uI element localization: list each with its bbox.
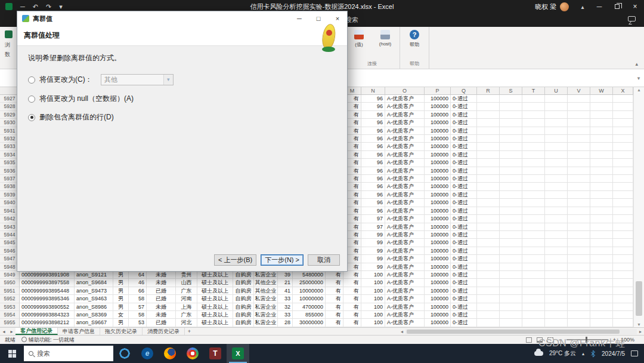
cell[interactable] <box>568 319 590 327</box>
cell[interactable] <box>522 127 545 135</box>
vertical-scroll-thumb[interactable] <box>636 281 642 316</box>
cell[interactable]: 0000999993895346 <box>20 295 75 303</box>
cell[interactable] <box>477 215 500 223</box>
cell[interactable] <box>545 239 568 247</box>
cell[interactable] <box>545 135 568 143</box>
cell[interactable]: 其他企业 <box>254 287 278 295</box>
cell[interactable]: 广东 <box>176 311 197 319</box>
cell[interactable]: 自购房 <box>233 271 254 279</box>
taskbar-edge-icon[interactable]: e <box>136 344 159 363</box>
cell[interactable] <box>568 255 590 263</box>
cell[interactable]: 自购房 <box>233 319 254 327</box>
cell[interactable]: 0-通过 <box>451 271 477 279</box>
cell[interactable]: 96 <box>361 151 385 159</box>
cell[interactable] <box>522 111 545 119</box>
cell[interactable] <box>522 175 545 183</box>
cell[interactable]: A-优质客户 <box>385 119 425 127</box>
cell[interactable] <box>545 279 568 287</box>
cell[interactable] <box>500 119 522 127</box>
account-avatar[interactable] <box>560 2 569 11</box>
cell[interactable]: 男 <box>113 319 129 327</box>
cell[interactable] <box>590 303 613 311</box>
cell[interactable]: 0-通过 <box>451 311 477 319</box>
cell[interactable] <box>590 271 613 279</box>
cell[interactable]: 硕士及以上 <box>197 311 233 319</box>
cell[interactable] <box>545 311 568 319</box>
cell[interactable] <box>545 271 568 279</box>
cell[interactable]: 100000 <box>425 287 451 295</box>
column-header-N[interactable]: N <box>361 87 385 95</box>
column-header-O[interactable]: O <box>385 87 425 95</box>
cell[interactable]: 97 <box>361 215 385 223</box>
cell[interactable]: 21 <box>278 279 293 287</box>
cell[interactable]: 855000 <box>293 311 326 319</box>
change-value-dropdown[interactable]: 其他 ▾ <box>101 74 174 85</box>
cell[interactable]: 96 <box>361 207 385 215</box>
cell[interactable] <box>500 159 522 167</box>
scroll-left-icon[interactable]: ◂ <box>398 329 405 334</box>
cell[interactable] <box>568 119 590 127</box>
cell[interactable] <box>545 191 568 199</box>
cell[interactable]: 男 <box>113 287 129 295</box>
cell[interactable]: 未婚 <box>147 303 176 311</box>
cell[interactable] <box>613 143 633 150</box>
cell[interactable] <box>568 279 590 287</box>
cell[interactable]: 100 <box>361 319 385 327</box>
cell[interactable]: 100000 <box>425 167 451 175</box>
cell[interactable]: 66 <box>129 287 147 295</box>
cell[interactable]: 有 <box>343 311 361 319</box>
cell[interactable] <box>568 223 590 231</box>
cell[interactable] <box>545 287 568 295</box>
cell[interactable] <box>500 271 522 279</box>
cell[interactable] <box>522 223 545 231</box>
cell[interactable] <box>613 151 633 159</box>
cell[interactable] <box>522 159 545 167</box>
cell[interactable]: 0-通过 <box>451 239 477 247</box>
cell[interactable] <box>545 159 568 167</box>
cell[interactable]: 0-通过 <box>451 319 477 327</box>
cell[interactable]: 有 <box>326 271 343 279</box>
new-sheet-icon[interactable]: + <box>185 328 194 335</box>
cell[interactable]: 100000 <box>425 319 451 327</box>
cell[interactable] <box>545 255 568 263</box>
cell[interactable] <box>477 151 500 159</box>
cell[interactable] <box>477 95 500 103</box>
cell[interactable]: A-优质客户 <box>385 311 425 319</box>
cell[interactable]: 已婚 <box>147 295 176 303</box>
cell[interactable] <box>500 287 522 295</box>
cell[interactable]: 32 <box>278 303 293 311</box>
cell[interactable] <box>590 111 613 119</box>
cell[interactable] <box>590 175 613 183</box>
cell[interactable]: 100 <box>361 271 385 279</box>
cell[interactable] <box>613 271 633 279</box>
cell[interactable] <box>590 295 613 303</box>
cell[interactable]: 硕士及以上 <box>197 287 233 295</box>
cell[interactable] <box>568 111 590 119</box>
save-icon[interactable]: ─ <box>20 3 25 10</box>
cell[interactable] <box>500 183 522 190</box>
cell[interactable]: A-优质客户 <box>385 95 425 103</box>
cell[interactable] <box>590 239 613 247</box>
cell[interactable] <box>545 207 568 215</box>
cell[interactable] <box>613 255 633 263</box>
cell[interactable]: 未婚 <box>147 311 176 319</box>
cell[interactable]: 53 <box>129 319 147 327</box>
cell[interactable] <box>522 119 545 127</box>
cell[interactable] <box>522 287 545 295</box>
cell[interactable]: 10000000 <box>293 287 326 295</box>
cell[interactable] <box>500 175 522 183</box>
cell[interactable]: 有 <box>326 279 343 287</box>
cell[interactable] <box>545 151 568 159</box>
cell[interactable]: 25000000 <box>293 279 326 287</box>
cell[interactable] <box>590 191 613 199</box>
column-header-Q[interactable]: Q <box>451 87 477 95</box>
cell[interactable]: 100 <box>361 295 385 303</box>
cell[interactable]: 0-通过 <box>451 103 477 110</box>
cell[interactable] <box>613 287 633 295</box>
cell[interactable]: 100000 <box>425 143 451 150</box>
cell[interactable] <box>590 183 613 190</box>
cell[interactable] <box>500 215 522 223</box>
cell[interactable]: 96 <box>361 183 385 190</box>
cell[interactable] <box>568 127 590 135</box>
cell[interactable] <box>568 95 590 103</box>
